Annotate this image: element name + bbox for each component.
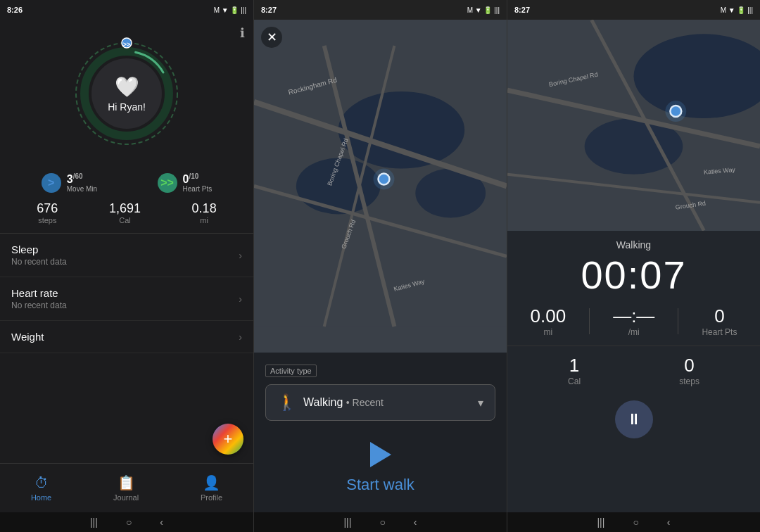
panel-home: 8:26 M ▼ 🔋 ||| ℹ >> [0,0,253,532]
distance-label: mi [543,327,552,337]
cal-label: Cal [119,216,131,224]
dropdown-arrow-icon: ▾ [478,396,483,410]
status-icons-3: M ▼ 🔋 ||| [721,6,753,14]
journal-label: Journal [113,493,139,502]
tracking-timer: 00:07 [507,253,760,297]
svg-point-7 [338,91,464,169]
status-icons-1: M ▼ 🔋 ||| [214,6,246,14]
nav-profile[interactable]: 👤 Profile [201,474,222,502]
move-min-icon: > [42,173,61,193]
move-min-label: Move Min [67,185,97,193]
move-min-value: 3/60 [67,173,97,185]
heart-icon: 🤍 [115,75,139,99]
steps-track-label: steps [679,376,699,386]
journal-icon: 📋 [118,474,135,491]
stat-divider-2 [678,308,678,334]
start-walk-container[interactable]: Start walk [265,435,495,501]
home-icon: ⏱ [34,475,49,491]
pause-button[interactable]: ⏸ [615,400,653,438]
heart-pts-stat: >> 0/10 Heart Pts [158,173,213,193]
steps-track-value: 0 [684,355,694,376]
activity-recent: • Recent [346,397,384,408]
sys-back-btn[interactable]: ‹ [160,517,163,528]
activity-bottom: Activity type 🚶 Walking • Recent ▾ Start… [254,353,507,512]
cal-track-value: 1 [569,355,579,376]
map-area: Rockingham Rd Boring Chapel Rd Katies Wa… [254,20,507,353]
map-area-2: Boring Chapel Rd Katies Way Grouch Rd [507,20,760,231]
profile-icon: 👤 [203,474,220,491]
pace-stat: —:— /mi [613,305,654,337]
status-bar-1: 8:26 M ▼ 🔋 ||| [0,0,253,20]
heart-rate-sub: No recent data [11,300,239,310]
heart-pts-track-value: 0 [714,305,724,327]
activity-selector[interactable]: 🚶 Walking • Recent ▾ [265,384,495,421]
nav-home[interactable]: ⏱ Home [31,475,51,502]
weight-item[interactable]: Weight › [0,321,253,353]
pause-icon: ⏸ [626,410,642,429]
sys-menu-btn-3[interactable]: ||| [597,517,604,528]
home-label: Home [31,493,51,502]
heart-rate-chevron: › [239,293,242,305]
walking-icon: 🚶 [277,393,296,412]
panel-tracking: 8:27 M ▼ 🔋 ||| Boring Chapel Rd Katies W… [507,0,760,532]
time-2: 8:27 [261,6,277,14]
sys-menu-btn[interactable]: ||| [90,517,98,528]
info-button[interactable]: ℹ [240,25,245,41]
play-button-icon [370,442,391,467]
sys-menu-btn-2[interactable]: ||| [343,517,351,528]
sys-back-btn-3[interactable]: ‹ [667,517,671,528]
move-min-stat: > 3/60 Move Min [42,173,97,193]
time-3: 8:27 [514,6,530,14]
start-walk-label[interactable]: Start walk [346,476,414,494]
map-svg-2: Boring Chapel Rd Katies Way Grouch Rd [507,20,760,231]
map-background: Rockingham Rd Boring Chapel Rd Katies Wa… [254,20,507,353]
heart-pts-icon: >> [158,173,177,193]
fab-add-button[interactable]: + [213,424,243,455]
bottom-nav: ⏱ Home 📋 Journal 👤 Profile [0,463,253,512]
steps-tracking: 0 steps [679,355,699,386]
sleep-chevron: › [239,250,242,261]
sys-back-btn-2[interactable]: ‹ [414,517,417,528]
cal-value: 1,691 [109,201,141,216]
cal-track-label: Cal [568,376,581,386]
sys-home-btn-2[interactable]: ○ [379,517,385,528]
miles-stat: 0.18 mi [192,201,217,224]
sys-home-btn-3[interactable]: ○ [633,517,638,528]
sleep-sub: No recent data [11,257,239,267]
tracking-panel: Walking 00:07 0.00 mi —:— /mi 0 Heart Pt… [507,231,760,512]
status-bar-3: 8:27 M ▼ 🔋 ||| [507,0,760,20]
heart-pts-tracking: 0 Heart Pts [702,305,737,337]
nav-journal[interactable]: 📋 Journal [113,474,139,502]
sleep-item[interactable]: Sleep No recent data › [0,234,253,277]
cal-tracking: 1 Cal [568,355,581,386]
ring-container: >> 🤍 Hi Ryan! [70,37,183,150]
tracking-stats-row-1: 0.00 mi —:— /mi 0 Heart Pts [507,305,760,346]
close-button[interactable]: ✕ [261,27,282,48]
profile-label: Profile [201,493,222,502]
weight-title: Weight [11,331,239,343]
ring-section: ℹ >> 🤍 Hi Ryan! [0,20,253,167]
sys-home-btn[interactable]: ○ [126,517,132,528]
steps-stat: 676 steps [37,201,58,224]
system-nav-1: ||| ○ ‹ [0,512,253,532]
tracking-activity-title: Walking [507,239,760,251]
map-background-2: Boring Chapel Rd Katies Way Grouch Rd [507,20,760,231]
distance-stat: 0.00 mi [531,305,566,337]
panel-map: 8:27 M ▼ 🔋 ||| Rockingham Rd Boring Chap… [253,0,507,532]
stat-divider-1 [589,308,590,334]
tracking-stats-row-2: 1 Cal 0 steps [507,346,760,395]
weight-chevron: › [239,331,242,343]
svg-text:>>: >> [123,41,131,48]
time-1: 8:26 [7,6,23,14]
heart-pts-track-label: Heart Pts [702,327,737,337]
greeting-text: Hi Ryan! [108,101,146,113]
pause-btn-container: ⏸ [507,400,760,438]
heart-rate-item[interactable]: Heart rate No recent data › [0,277,253,321]
activity-type-label: Activity type [265,365,317,377]
sleep-title: Sleep [11,243,239,255]
system-nav-3: ||| ○ ‹ [507,512,760,532]
steps-row: 676 steps 1,691 Cal 0.18 mi [0,198,253,233]
distance-value: 0.00 [531,305,566,327]
steps-value: 676 [37,201,58,216]
status-icons-2: M ▼ 🔋 ||| [467,6,500,14]
